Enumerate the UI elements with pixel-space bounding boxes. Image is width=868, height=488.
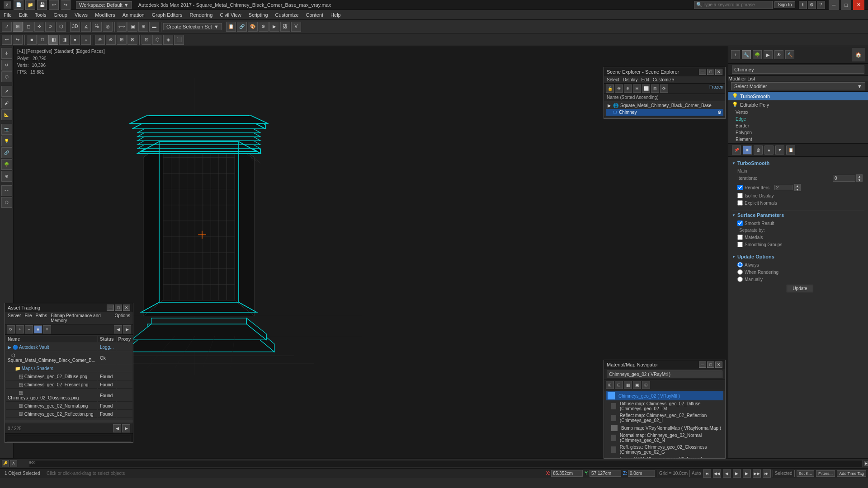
smoothing-groups-checkbox[interactable]	[737, 242, 743, 247]
se-eye-btn[interactable]: 👁	[615, 84, 623, 93]
at-row-vault[interactable]: ▶ 🔵 Autodesk Vault Logg...	[6, 344, 132, 351]
open-btn[interactable]: 📁	[25, 0, 35, 10]
mn-item-root[interactable]: Chimneys_geo_02 ( VRayMtl )	[606, 391, 723, 400]
playback-play[interactable]: ▶	[733, 469, 741, 478]
scene-explorer-titlebar[interactable]: Scene Explorer - Scene Explorer ─ □ ✕	[604, 67, 725, 76]
viewport-controls4[interactable]: ⬛	[174, 35, 184, 45]
when-rendering-radio[interactable]	[737, 269, 743, 275]
modifier-sub-edge[interactable]: Edge	[728, 116, 868, 122]
mn-view2-btn[interactable]: ▣	[633, 381, 641, 389]
align-btn[interactable]: ▣	[127, 22, 137, 32]
transform2[interactable]: ⊗	[106, 35, 116, 45]
modifier-sub-element[interactable]: Element	[728, 136, 868, 143]
se-refresh-btn[interactable]: ⟳	[660, 84, 668, 93]
settings-btn[interactable]: ⚙	[808, 1, 816, 9]
se-freeze-btn[interactable]: ❄	[624, 84, 632, 93]
spinner-snap[interactable]: ◎	[103, 22, 113, 32]
layer-btn[interactable]: ⊞	[138, 22, 148, 32]
menu-modifiers[interactable]: Modifiers	[91, 10, 119, 19]
object-name-input[interactable]	[732, 66, 864, 74]
undo-step[interactable]: ↩	[2, 35, 12, 45]
menu-edit[interactable]: Edit	[15, 10, 31, 19]
se-tree-root[interactable]: ▶ 🌐 Square_Metal_Chimney_Black_Corner_Ba…	[606, 102, 723, 109]
at-row-glossiness[interactable]: 🖼 Chimneys_geo_02_Glossiness.png Found	[6, 389, 132, 402]
render-iters-checkbox[interactable]	[737, 185, 743, 190]
info-btn[interactable]: ℹ	[799, 1, 807, 9]
render-iters-input[interactable]	[774, 185, 793, 190]
create-panel-btn[interactable]: +	[731, 50, 740, 59]
minimize-btn[interactable]: ─	[829, 0, 840, 10]
material-btn[interactable]: 🎨	[248, 22, 258, 32]
playback-next-frame[interactable]: ▶	[743, 469, 751, 478]
mn-item-glossiness[interactable]: Refl. gloss.: Chimneys_geo_02_Glossiness…	[606, 444, 723, 455]
redo-btn[interactable]: ↪	[61, 0, 71, 10]
at-row-reflection[interactable]: 🖼 Chimneys_geo_02_Reflection.png Found	[6, 411, 132, 418]
menu-civil-view[interactable]: Civil View	[216, 10, 245, 19]
new-btn[interactable]: 📄	[14, 0, 24, 10]
se-maximize-btn[interactable]: □	[707, 69, 714, 75]
mn-expand-btn[interactable]: ⊞	[606, 381, 614, 389]
schematic-btn[interactable]: 🔗	[237, 22, 247, 32]
tool-hierarchy[interactable]: 🌳	[1, 159, 12, 170]
mod-pin-btn[interactable]: 📌	[732, 145, 741, 155]
select-btn[interactable]: ↗	[2, 22, 12, 32]
hierarchy-panel-btn[interactable]: 🌳	[753, 50, 762, 59]
tool-camera[interactable]: 📷	[1, 124, 12, 135]
transform4[interactable]: ⊠	[127, 35, 137, 45]
playback-prev[interactable]: ◀◀	[713, 469, 721, 478]
se-tree-chimney[interactable]: ⬡ Chimney ⚙	[606, 109, 723, 116]
at-paths[interactable]: Paths	[36, 313, 47, 323]
snap-toggle[interactable]: 3D	[70, 22, 80, 32]
iterations-spinner[interactable]: ▲ ▼	[856, 174, 863, 182]
mn-item-reflect[interactable]: Reflect map: Chimneys_geo_02_Reflection …	[606, 412, 723, 424]
mn-item-bump[interactable]: Bump map: VRayNormalMap ( VRayNormalMap …	[606, 424, 723, 432]
at-scrollbar[interactable]	[5, 420, 133, 422]
at-row-fresnel[interactable]: 🖼 Chimneys_geo_02_Fresnel.png Found	[6, 381, 132, 389]
close-btn[interactable]: ✕	[853, 0, 864, 10]
workspace-selector[interactable]: Workspace: Default ▼	[76, 1, 132, 9]
menu-animation[interactable]: Animation	[119, 10, 148, 19]
render-iters-spinner[interactable]: ▲ ▼	[794, 184, 801, 191]
utilities-panel-btn[interactable]: 🔨	[785, 50, 794, 59]
tool-helpers[interactable]: ⊕	[1, 171, 12, 182]
maximize-btn[interactable]: □	[841, 0, 851, 10]
asset-tracking-titlebar[interactable]: Asset Tracking ─ □ ✕	[5, 303, 133, 312]
mn-item-diffuse[interactable]: Diffuse map: Chimneys_geo_02_Diffuse (Ch…	[606, 400, 723, 412]
se-lock-btn[interactable]: 🔒	[606, 84, 614, 93]
iterations-up[interactable]: ▲	[856, 174, 863, 178]
viewport-controls1[interactable]: ⊡	[142, 35, 151, 45]
mn-maximize-btn[interactable]: □	[707, 361, 714, 368]
mod-show-btn[interactable]: ■	[743, 145, 752, 155]
se-wire-btn[interactable]: ⊞	[651, 84, 659, 93]
tool-light[interactable]: 💡	[1, 136, 12, 146]
move-btn[interactable]: ✛	[34, 22, 44, 32]
mode2[interactable]: □	[38, 35, 47, 45]
transform3[interactable]: ⊞	[117, 35, 127, 45]
at-nav-next[interactable]: ▶	[123, 325, 131, 333]
menu-customize[interactable]: Customize	[272, 10, 302, 19]
modify-panel-btn[interactable]: 🔧	[742, 50, 751, 59]
playback-prev-frame[interactable]: ◀	[723, 469, 731, 478]
x-input[interactable]	[551, 470, 583, 477]
at-view-btn[interactable]: ■	[34, 325, 42, 333]
se-close-btn[interactable]: ✕	[715, 69, 722, 75]
at-refresh-btn[interactable]: ⟳	[7, 325, 15, 333]
menu-help[interactable]: Help	[327, 10, 344, 19]
modifier-dropdown[interactable]: Select Modifier ▼	[731, 82, 865, 90]
at-bitmap[interactable]: Bitmap Performance and Memory	[51, 313, 111, 323]
mn-item-normal[interactable]: Normal map: Chimneys_geo_02_Normal (Chim…	[606, 432, 723, 444]
mn-minimize-btn[interactable]: ─	[699, 361, 706, 368]
materials-checkbox[interactable]	[737, 235, 743, 240]
tool-scale[interactable]: ⬡	[1, 71, 12, 82]
smooth-result-checkbox[interactable]	[737, 221, 743, 226]
se-hide-btn[interactable]: H	[633, 84, 641, 93]
z-input[interactable]	[628, 470, 655, 477]
mn-view1-btn[interactable]: ▦	[624, 381, 632, 389]
se-minimize-btn[interactable]: ─	[699, 69, 706, 75]
menu-group[interactable]: Group	[50, 10, 71, 19]
mode5[interactable]: ●	[70, 35, 80, 45]
update-options-title[interactable]: Update Options	[732, 254, 864, 259]
mod-move-down-btn[interactable]: ▼	[775, 145, 784, 155]
help-btn[interactable]: ?	[817, 1, 825, 9]
playback-start[interactable]: ⏮	[703, 469, 711, 478]
